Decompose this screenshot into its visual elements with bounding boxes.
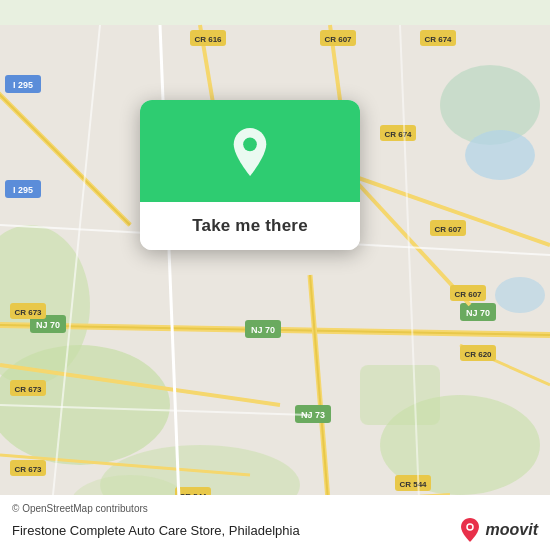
svg-text:CR 673: CR 673: [14, 385, 42, 394]
location-card: Take me there: [140, 100, 360, 250]
location-name: Firestone Complete Auto Care Store, Phil…: [12, 523, 300, 538]
svg-point-67: [467, 525, 472, 530]
svg-text:CR 673: CR 673: [14, 308, 42, 317]
svg-text:NJ 70: NJ 70: [36, 320, 60, 330]
svg-text:CR 674: CR 674: [384, 130, 412, 139]
map-container: I 295 I 295 NJ 70 NJ 70 NJ 70 NJ 73 CR 6…: [0, 0, 550, 550]
svg-text:NJ 70: NJ 70: [251, 325, 275, 335]
svg-text:CR 620: CR 620: [464, 350, 492, 359]
take-me-there-button[interactable]: Take me there: [192, 216, 308, 235]
moovit-brand-text: moovit: [486, 521, 538, 539]
svg-text:I 295: I 295: [13, 80, 33, 90]
moovit-logo: moovit: [458, 518, 538, 542]
svg-point-9: [495, 277, 545, 313]
svg-text:CR 616: CR 616: [194, 35, 222, 44]
svg-point-65: [243, 137, 257, 151]
svg-text:CR 674: CR 674: [424, 35, 452, 44]
svg-text:NJ 70: NJ 70: [466, 308, 490, 318]
bottom-bar: © OpenStreetMap contributors Firestone C…: [0, 495, 550, 550]
osm-attribution: © OpenStreetMap contributors: [12, 503, 538, 514]
card-top: [140, 100, 360, 202]
svg-text:CR 607: CR 607: [454, 290, 482, 299]
moovit-pin-icon: [458, 518, 482, 542]
svg-text:CR 544: CR 544: [399, 480, 427, 489]
location-pin-icon: [226, 128, 274, 176]
svg-point-8: [465, 130, 535, 180]
svg-text:I 295: I 295: [13, 185, 33, 195]
svg-text:CR 607: CR 607: [434, 225, 462, 234]
svg-text:CR 607: CR 607: [324, 35, 352, 44]
svg-text:CR 673: CR 673: [14, 465, 42, 474]
card-bottom[interactable]: Take me there: [140, 202, 360, 250]
svg-rect-5: [360, 365, 440, 425]
map-background: I 295 I 295 NJ 70 NJ 70 NJ 70 NJ 73 CR 6…: [0, 0, 550, 550]
bottom-info-row: Firestone Complete Auto Care Store, Phil…: [12, 518, 538, 542]
